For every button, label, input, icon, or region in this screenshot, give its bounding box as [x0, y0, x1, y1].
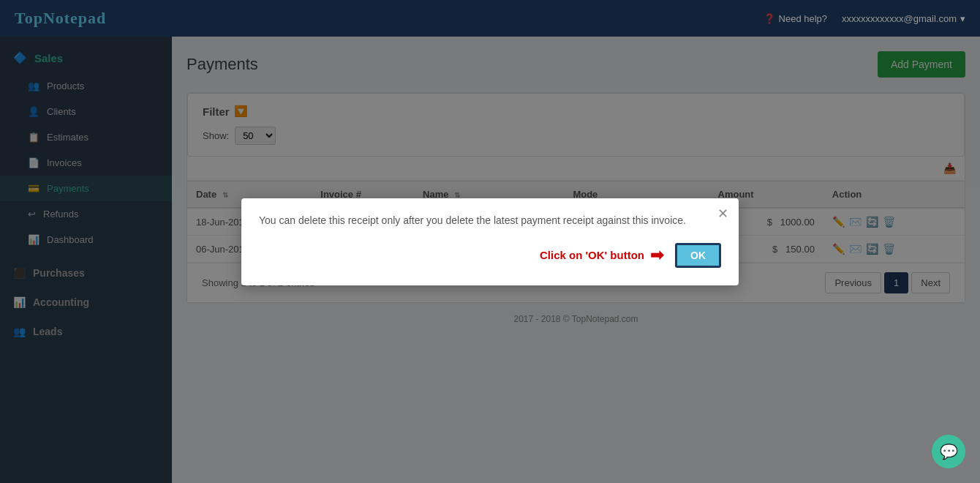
ok-button[interactable]: OK: [675, 243, 721, 268]
arrow-icon: ➡: [650, 246, 663, 265]
modal-annotation: Click on 'OK' button ➡: [540, 246, 663, 265]
modal-overlay: ✕ You can delete this receipt only after…: [0, 0, 980, 483]
chat-icon: 💬: [940, 443, 958, 460]
modal-message: You can delete this receipt only after y…: [259, 213, 721, 228]
chat-bubble[interactable]: 💬: [932, 435, 965, 468]
modal-close-button[interactable]: ✕: [717, 206, 728, 222]
modal-footer: Click on 'OK' button ➡ OK: [259, 243, 721, 268]
modal-dialog: ✕ You can delete this receipt only after…: [241, 198, 739, 285]
